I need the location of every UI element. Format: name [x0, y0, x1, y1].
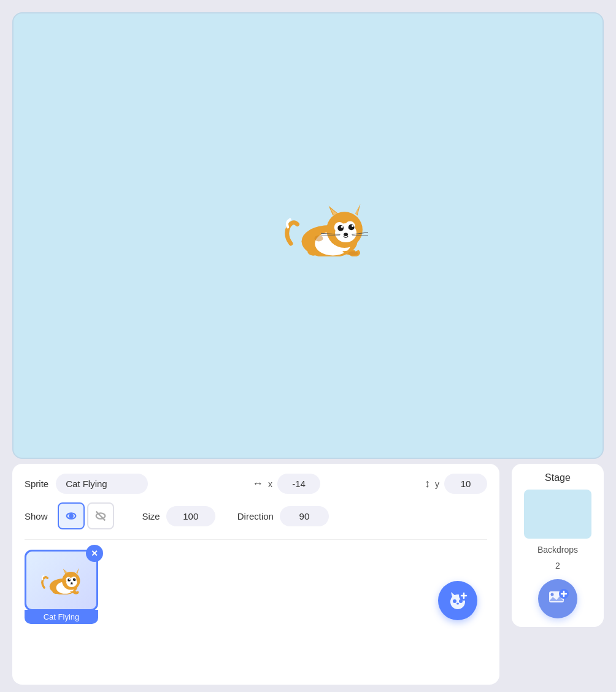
- show-visible-button[interactable]: [58, 502, 85, 529]
- add-sprite-icon: [447, 590, 469, 612]
- y-label: y: [435, 479, 439, 489]
- svg-point-38: [75, 579, 76, 580]
- sprite-delete-button[interactable]: ✕: [86, 545, 103, 562]
- x-axis-icon: ↔: [252, 477, 263, 490]
- svg-point-10: [337, 225, 344, 231]
- svg-point-14: [344, 233, 348, 237]
- size-group: Size: [142, 506, 215, 526]
- add-backdrop-button[interactable]: [538, 579, 577, 618]
- sprite-name-input[interactable]: [56, 474, 148, 494]
- x-label: x: [268, 479, 272, 489]
- coord-group-x: ↔ x: [252, 474, 320, 494]
- svg-point-12: [341, 226, 344, 228]
- show-label: Show: [25, 511, 48, 521]
- sprite-thumb-image: [40, 566, 83, 594]
- svg-point-43: [453, 599, 456, 603]
- svg-point-13: [352, 225, 354, 228]
- svg-point-22: [69, 514, 73, 518]
- backdrops-count: 2: [555, 561, 560, 571]
- cat-sprite: [282, 201, 368, 259]
- svg-point-20: [348, 252, 358, 256]
- direction-label: Direction: [237, 511, 274, 521]
- y-input[interactable]: [444, 474, 487, 494]
- svg-point-11: [348, 225, 355, 231]
- svg-point-50: [551, 593, 554, 596]
- size-label: Size: [142, 511, 160, 521]
- show-buttons: [58, 502, 114, 529]
- sprite-panel: Sprite ↔ x ↕ y Show: [12, 464, 499, 685]
- coord-group-y: ↕ y: [425, 474, 487, 494]
- size-input[interactable]: [166, 506, 215, 526]
- y-axis-icon: ↕: [425, 477, 430, 490]
- sprite-properties-row2: Show Si: [25, 502, 487, 529]
- svg-point-45: [456, 603, 459, 605]
- show-hidden-button[interactable]: [87, 502, 114, 529]
- cat-sprite-image: [282, 201, 368, 256]
- backdrops-label: Backdrops: [537, 545, 578, 555]
- x-input[interactable]: [277, 474, 320, 494]
- sprite-properties-row1: Sprite ↔ x ↕ y: [25, 474, 487, 494]
- svg-point-19: [315, 236, 323, 242]
- delete-icon: ✕: [91, 548, 98, 558]
- add-sprite-button[interactable]: [438, 581, 477, 620]
- direction-input[interactable]: [280, 506, 329, 526]
- svg-point-39: [71, 583, 73, 585]
- sprite-thumb-name: Cat Flying: [25, 610, 98, 624]
- stage-canvas: [12, 12, 604, 459]
- svg-point-36: [73, 579, 76, 582]
- sprite-list-area: ✕: [25, 539, 487, 625]
- stage-side-panel: Stage Backdrops 2: [512, 464, 604, 627]
- sprite-thumb-inner: [25, 550, 98, 611]
- sprite-thumbnail[interactable]: ✕: [25, 550, 98, 624]
- direction-group: Direction: [237, 506, 329, 526]
- add-backdrop-icon: [547, 588, 569, 610]
- stage-thumbnail[interactable]: [524, 490, 591, 539]
- svg-point-35: [67, 579, 71, 582]
- svg-point-37: [69, 579, 71, 580]
- stage-title: Stage: [545, 472, 571, 483]
- sprite-label: Sprite: [25, 479, 48, 489]
